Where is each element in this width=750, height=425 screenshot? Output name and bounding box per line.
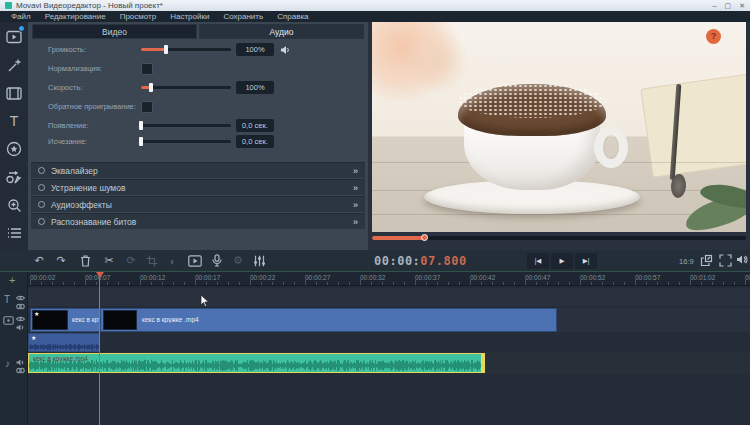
media-tool-button[interactable]	[0, 23, 28, 51]
section-toggle-icon[interactable]	[38, 218, 45, 225]
crop-button[interactable]	[143, 250, 161, 271]
menu-item-2[interactable]: Просмотр	[113, 11, 164, 22]
speed-value[interactable]: 100%	[236, 81, 274, 94]
help-button[interactable]: ?	[706, 29, 721, 44]
reverse-label: Обратное проигрывание:	[48, 99, 136, 115]
redo-button[interactable]: ↷	[52, 250, 70, 271]
clip-trim-handle[interactable]	[481, 354, 484, 372]
audio-track-mute-icon[interactable]	[16, 359, 24, 366]
timeline-tracks[interactable]: ★ кекс в кру кекс в кружке .mp4 ★ кекс в…	[28, 286, 750, 425]
fullscreen-icon[interactable]	[719, 254, 732, 267]
playhead-marker[interactable]	[96, 272, 104, 278]
video-clip-2[interactable]: кекс в кружке .mp4	[100, 308, 557, 332]
tab-video[interactable]: Видео	[32, 24, 197, 39]
previous-frame-button[interactable]: |◀	[527, 253, 549, 269]
video-track-visibility-icon[interactable]	[16, 316, 25, 322]
ruler-label: 00:00:02	[30, 274, 55, 281]
stickers-tool-button[interactable]	[0, 135, 28, 163]
aspect-ratio-label[interactable]: 16:9	[679, 257, 694, 266]
transitions-tool-button[interactable]	[0, 79, 28, 107]
speed-label: Скорость:	[48, 80, 82, 96]
color-adjust-button[interactable]: ◐	[164, 250, 182, 271]
speed-slider-handle[interactable]	[149, 83, 153, 92]
volume-slider[interactable]	[141, 48, 231, 51]
panel-section-3[interactable]: Распознавание битов»	[31, 213, 365, 229]
ruler-tick	[206, 282, 207, 285]
next-frame-button[interactable]: ▶|	[575, 253, 597, 269]
seek-progress	[372, 236, 424, 240]
audio-mixer-button[interactable]	[250, 250, 268, 271]
speed-slider[interactable]	[141, 86, 231, 89]
zoom-pan-tool-button[interactable]	[0, 191, 28, 219]
fade-in-slider[interactable]	[141, 124, 231, 127]
fade-out-slider[interactable]	[141, 140, 231, 143]
maximize-button[interactable]: ▢	[725, 0, 732, 11]
ruler-tick	[613, 282, 614, 285]
more-tools-button[interactable]	[0, 219, 28, 247]
section-toggle-icon[interactable]	[38, 201, 45, 208]
ruler-tick	[162, 282, 163, 285]
transition-button[interactable]	[186, 250, 204, 271]
fade-out-label: Исчезание:	[48, 134, 87, 150]
ruler-tick	[404, 282, 405, 285]
play-button[interactable]: ▶	[551, 253, 573, 269]
delete-button[interactable]	[76, 250, 94, 271]
ruler-tick	[118, 282, 119, 285]
linked-audio-clip[interactable]: ★	[28, 333, 100, 352]
section-label: Устранение шумов	[51, 180, 125, 196]
normalization-label: Нормализация:	[48, 61, 102, 77]
volume-value[interactable]: 100%	[236, 43, 274, 56]
tab-audio[interactable]: Аудио	[199, 24, 364, 39]
rotate-button[interactable]: ⟳	[122, 250, 140, 271]
panel-section-1[interactable]: Устранение шумов»	[31, 179, 365, 195]
reverse-checkbox[interactable]	[141, 101, 153, 113]
playhead[interactable]	[99, 272, 100, 425]
timeline-ruler[interactable]: 00:00:0200:00:0700:00:1200:00:1700:00:22…	[28, 272, 750, 286]
ruler-tick	[140, 280, 141, 285]
fade-out-slider-handle[interactable]	[139, 137, 143, 146]
volume-speaker-icon[interactable]	[280, 45, 290, 55]
undo-button[interactable]: ↶	[30, 250, 48, 271]
normalization-checkbox[interactable]	[141, 63, 153, 75]
volume-slider-handle[interactable]	[164, 45, 168, 54]
titles-icon: T	[10, 113, 19, 129]
split-button[interactable]: ✂	[100, 250, 118, 271]
add-track-button[interactable]: +	[9, 274, 15, 286]
mouse-cursor	[200, 294, 209, 307]
export-frame-icon[interactable]	[700, 254, 713, 267]
waveform	[29, 343, 99, 351]
menu-item-0[interactable]: Файл	[4, 11, 38, 22]
filters-tool-button[interactable]	[0, 51, 28, 79]
panel-section-0[interactable]: Эквалайзер»	[31, 162, 365, 178]
title-track-link-icon[interactable]	[16, 303, 25, 310]
menu-item-4[interactable]: Сохранить	[216, 11, 270, 22]
menu-item-1[interactable]: Редактирование	[38, 11, 113, 22]
fade-in-value[interactable]: 0,0 сек.	[236, 119, 274, 132]
ruler-tick	[657, 282, 658, 285]
title-track-row[interactable]	[28, 288, 750, 306]
close-button[interactable]: ✕	[739, 0, 745, 11]
video-track-mute-icon[interactable]	[16, 324, 24, 331]
title-track-visibility-icon[interactable]	[16, 295, 25, 301]
clip-settings-button[interactable]: ⚙	[229, 250, 247, 271]
menu-item-5[interactable]: Справка	[270, 11, 315, 22]
preview-volume-icon[interactable]	[736, 254, 748, 265]
expand-icon: »	[353, 180, 357, 196]
fade-in-slider-handle[interactable]	[139, 121, 143, 130]
ruler-tick	[426, 282, 427, 285]
minimize-button[interactable]: –	[713, 0, 717, 11]
waveform	[29, 359, 484, 372]
audio-clip[interactable]: кекс в кружке.mp4	[28, 353, 485, 373]
fade-out-value[interactable]: 0,0 сек.	[236, 135, 274, 148]
callouts-tool-button[interactable]	[0, 163, 28, 191]
seek-handle[interactable]	[421, 234, 428, 241]
titles-tool-button[interactable]: T	[0, 107, 28, 135]
seek-bar[interactable]	[372, 236, 746, 240]
video-clip-1[interactable]: ★ кекс в кру	[30, 308, 100, 332]
audio-track-link-icon[interactable]	[16, 367, 25, 374]
record-voice-button[interactable]	[208, 250, 226, 271]
panel-section-2[interactable]: Аудиоэффекты»	[31, 196, 365, 212]
menu-item-3[interactable]: Настройки	[163, 11, 216, 22]
section-toggle-icon[interactable]	[38, 184, 45, 191]
section-toggle-icon[interactable]	[38, 167, 45, 174]
